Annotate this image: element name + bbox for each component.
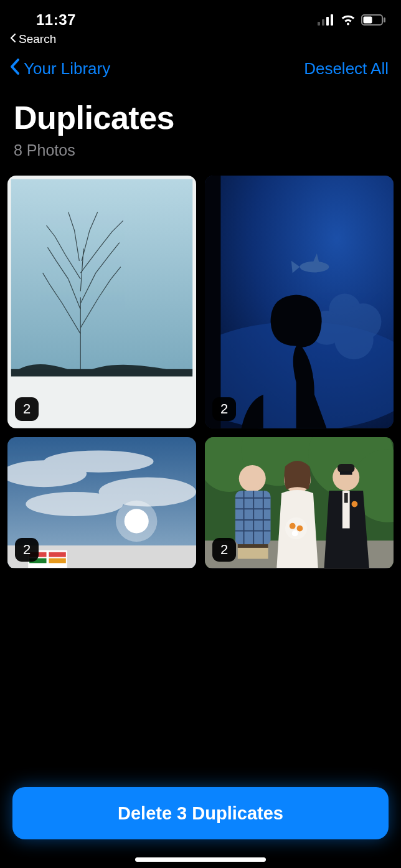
battery-icon [361, 14, 386, 28]
duplicate-count-badge: 2 [15, 538, 39, 562]
duplicate-count-badge: 2 [15, 397, 39, 421]
svg-rect-10 [11, 369, 192, 377]
wifi-icon [340, 14, 356, 29]
nav-bar: Your Library Deselect All [0, 49, 401, 87]
duplicates-grid: 2 2 [0, 164, 401, 569]
svg-point-13 [300, 262, 329, 273]
photo-tile[interactable]: 2 [205, 437, 394, 569]
nav-back[interactable]: Your Library [7, 57, 110, 80]
svg-rect-39 [235, 491, 271, 545]
svg-point-25 [116, 501, 157, 542]
svg-point-21 [44, 451, 154, 473]
cellular-icon [318, 14, 335, 28]
status-icons [318, 11, 386, 29]
svg-rect-30 [49, 552, 65, 557]
photo-tile[interactable]: 2 [7, 437, 196, 569]
breadcrumb-label: Search [19, 32, 56, 46]
svg-point-38 [239, 465, 266, 492]
deselect-all-button[interactable]: Deselect All [304, 59, 389, 78]
svg-rect-55 [337, 464, 354, 473]
svg-rect-6 [364, 17, 372, 24]
svg-point-50 [285, 517, 307, 539]
action-area: Delete 3 Duplicates [0, 787, 401, 868]
svg-rect-1 [322, 19, 324, 26]
duplicate-count-badge: 2 [212, 397, 236, 421]
svg-rect-5 [384, 17, 385, 22]
page-title: Duplicates [14, 99, 387, 136]
breadcrumb[interactable]: Search [0, 32, 401, 49]
photo-count: 8 Photos [14, 141, 387, 159]
svg-rect-31 [49, 559, 65, 564]
svg-rect-2 [326, 17, 329, 26]
svg-point-23 [26, 492, 123, 516]
svg-rect-9 [11, 179, 192, 374]
svg-point-51 [290, 523, 296, 529]
photo-thumbnail [7, 176, 196, 428]
photo-thumbnail [205, 176, 394, 428]
svg-rect-56 [344, 493, 348, 503]
svg-rect-48 [238, 544, 268, 548]
svg-point-52 [297, 526, 303, 532]
title-block: Duplicates 8 Photos [0, 87, 401, 164]
delete-duplicates-button[interactable]: Delete 3 Duplicates [12, 787, 389, 839]
svg-point-53 [292, 531, 298, 537]
status-bar: 11:37 [0, 0, 401, 32]
home-indicator[interactable] [135, 857, 266, 862]
status-time: 11:37 [15, 11, 76, 29]
chevron-left-icon [7, 57, 22, 80]
svg-point-57 [352, 501, 358, 507]
svg-rect-58 [340, 471, 352, 475]
svg-point-17 [334, 321, 374, 360]
svg-rect-0 [318, 22, 320, 26]
photo-tile[interactable]: 2 [205, 176, 394, 428]
duplicate-count-badge: 2 [212, 538, 236, 562]
nav-back-label: Your Library [24, 59, 110, 78]
svg-rect-3 [331, 14, 333, 26]
svg-rect-18 [205, 176, 220, 428]
breadcrumb-back-icon [9, 32, 17, 46]
photo-tile[interactable]: 2 [7, 176, 196, 428]
